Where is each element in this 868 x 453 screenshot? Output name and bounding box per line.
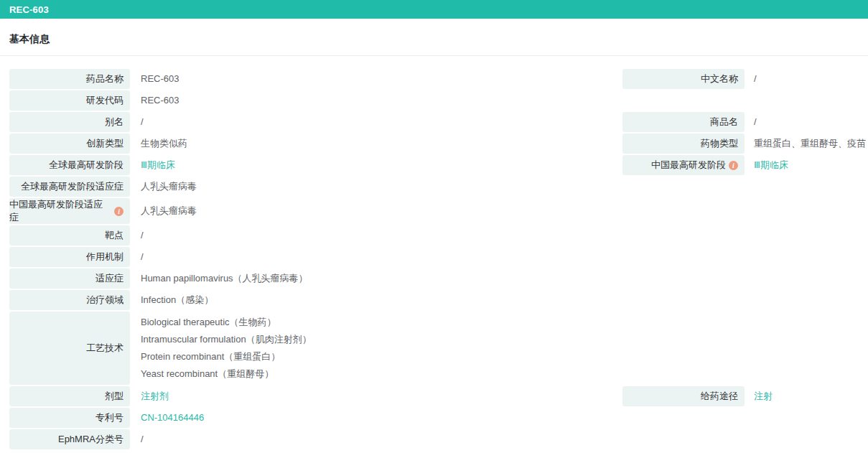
field-label-text: 药物类型 [701, 137, 738, 150]
field-label-text: 剂型 [105, 390, 123, 403]
field-label: 创新类型 [9, 134, 130, 154]
field-value: REC-603 [141, 90, 622, 111]
field-value: REC-603 [141, 69, 622, 89]
field-value: / [754, 69, 868, 89]
field-value-cell: Ⅲ期临床 [130, 155, 622, 175]
field-value-cell: / [745, 112, 868, 132]
table-row: 适应症Human papillomavirus（人乳头瘤病毒） [9, 268, 868, 289]
field-label-text: 专利号 [95, 411, 123, 424]
table-row: 治疗领域Infection（感染） [9, 290, 868, 310]
field-value-cell: 注射剂 [130, 386, 622, 406]
section-header: 基本信息 [0, 19, 868, 56]
field-value: Protein recombinant（重组蛋白） [141, 348, 622, 365]
table-row: 工艺技术Biological therapeutic（生物药）Intramusc… [9, 312, 868, 385]
row-spacer [622, 177, 868, 197]
field-label-text: 治疗领域 [86, 294, 123, 307]
field-value: / [141, 225, 622, 246]
field-label: 剂型 [9, 386, 130, 406]
field-label: 给药途径 [622, 386, 745, 406]
info-icon[interactable]: i [114, 207, 123, 216]
table-row: 研发代码REC-603 [9, 90, 868, 111]
field-value-cell: 人乳头瘤病毒 [130, 198, 622, 224]
field-value-cell: 重组蛋白、重组酵母、疫苗 [745, 134, 868, 154]
basic-info-table: 药品名称REC-603中文名称/研发代码REC-603别名/商品名/创新类型生物… [0, 56, 868, 449]
field-label: 工艺技术 [9, 312, 130, 385]
field-value-cell: 注射 [745, 386, 868, 406]
field-label-text: 中文名称 [701, 73, 738, 85]
field-value-cell: Ⅲ期临床 [745, 155, 868, 175]
field-label: 中国最高研发阶段适应症i [9, 198, 130, 224]
field-value-link[interactable]: Ⅲ期临床 [754, 155, 868, 175]
row-spacer [622, 247, 868, 267]
table-row: 作用机制/ [9, 247, 868, 267]
field-label: 研发代码 [9, 90, 130, 111]
table-row: 别名/商品名/ [9, 112, 868, 132]
field-label: 全球最高研发阶段适应症 [9, 177, 130, 197]
table-row: 专利号CN-104164446 [9, 408, 868, 428]
field-label-text: 中国最高研发阶段 [651, 159, 726, 172]
table-row: 全球最高研发阶段适应症人乳头瘤病毒 [9, 177, 868, 197]
field-label: 靶点 [9, 225, 130, 246]
field-value-cell: / [745, 69, 868, 89]
field-value-cell: / [130, 112, 622, 132]
field-label: 适应症 [9, 268, 130, 289]
table-row: 创新类型生物类似药药物类型重组蛋白、重组酵母、疫苗 [9, 134, 868, 154]
field-value-link[interactable]: 注射剂 [141, 386, 622, 406]
field-label-text: EphMRA分类号 [58, 433, 123, 446]
field-value-cell: / [130, 247, 622, 267]
field-label-text: 全球最高研发阶段适应症 [21, 180, 123, 193]
field-value: / [141, 247, 622, 267]
field-value-cell: REC-603 [130, 90, 622, 111]
field-label-text: 靶点 [105, 229, 123, 242]
field-label-text: 作用机制 [86, 251, 123, 263]
field-label: 作用机制 [9, 247, 130, 267]
field-value: 重组蛋白、重组酵母、疫苗 [754, 134, 868, 154]
row-spacer [622, 312, 868, 385]
field-value-link[interactable]: Ⅲ期临床 [141, 155, 622, 175]
field-value: Biological therapeutic（生物药） [141, 314, 622, 331]
field-label: 药品名称 [9, 69, 130, 89]
info-icon[interactable]: i [729, 161, 738, 170]
field-value-cell: CN-104164446 [130, 408, 622, 428]
page-title: REC-603 [9, 4, 49, 15]
field-value-cell: Infection（感染） [130, 290, 622, 310]
field-value-cell: / [130, 429, 622, 449]
field-value: 人乳头瘤病毒 [141, 201, 622, 221]
field-value: Yeast recombinant（重组酵母） [141, 365, 622, 383]
field-value-cell: 生物类似药 [130, 134, 622, 154]
row-spacer [622, 90, 868, 111]
field-value: 生物类似药 [141, 134, 622, 154]
field-label: 药物类型 [622, 134, 745, 154]
field-value: / [754, 112, 868, 132]
field-label-text: 研发代码 [86, 94, 123, 107]
table-row: 药品名称REC-603中文名称/ [9, 69, 868, 89]
field-label: 全球最高研发阶段 [9, 155, 130, 175]
row-spacer [622, 408, 868, 428]
field-value: Infection（感染） [141, 290, 622, 310]
field-value-cell: Human papillomavirus（人乳头瘤病毒） [130, 268, 622, 289]
field-value-cell: 人乳头瘤病毒 [130, 177, 622, 197]
row-spacer [622, 268, 868, 289]
row-spacer [622, 290, 868, 310]
field-label-text: 给药途径 [701, 390, 738, 403]
field-label-text: 创新类型 [86, 137, 123, 150]
field-value-link[interactable]: CN-104164446 [141, 408, 622, 428]
field-label: 中文名称 [622, 69, 745, 89]
field-label: 商品名 [622, 112, 745, 132]
row-spacer [622, 198, 868, 224]
table-row: 靶点/ [9, 225, 868, 246]
field-value: 人乳头瘤病毒 [141, 177, 622, 197]
section-title: 基本信息 [9, 33, 50, 45]
field-value-cell: / [130, 225, 622, 246]
row-spacer [622, 225, 868, 246]
field-value-cell: Biological therapeutic（生物药）Intramuscular… [130, 312, 622, 385]
field-label-text: 全球最高研发阶段 [49, 159, 123, 172]
field-label-text: 中国最高研发阶段适应症 [9, 198, 111, 224]
field-value: Intramuscular formulation（肌肉注射剂） [141, 331, 622, 348]
page-header-bar: REC-603 [0, 0, 868, 19]
field-value: Human papillomavirus（人乳头瘤病毒） [141, 268, 622, 289]
field-value-link[interactable]: 注射 [754, 386, 868, 406]
table-row: 中国最高研发阶段适应症i人乳头瘤病毒 [9, 198, 868, 224]
field-label: 别名 [9, 112, 130, 132]
field-value-cell: REC-603 [130, 69, 622, 89]
